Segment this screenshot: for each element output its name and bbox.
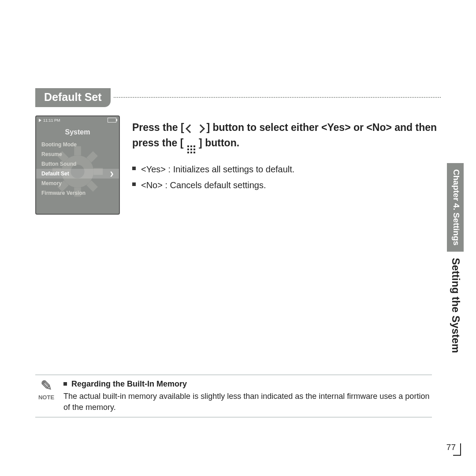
header-dotted-rule	[114, 97, 441, 98]
chevron-right-icon: ❯	[110, 171, 114, 177]
chapter-label: Chapter 4. Settings	[447, 163, 464, 252]
menu-item-selected: Default Set ❯	[36, 169, 119, 178]
device-screenshot: 11:11 PM System	[35, 115, 120, 215]
square-bullet-icon	[132, 167, 136, 170]
note-content: Regarding the Built-In Memory The actual…	[63, 379, 432, 413]
menu-grid-icon	[187, 145, 195, 153]
page-content: Default Set 11:11 PM System	[35, 88, 441, 215]
note-label: NOTE	[35, 394, 57, 402]
page-corner-mark	[460, 443, 461, 456]
device-menu: Booting Mode Resume Button Sound Default…	[36, 140, 119, 198]
device-menu-title: System	[36, 128, 119, 136]
instruction-block: Press the [ ] button to select either <Y…	[132, 115, 441, 193]
menu-item: Booting Mode	[36, 140, 119, 149]
menu-item: Memory	[36, 178, 119, 188]
note-block: ✎ NOTE Regarding the Built-In Memory The…	[35, 375, 432, 421]
section-title: Default Set	[35, 88, 111, 107]
square-bullet-icon	[132, 182, 136, 186]
horizontal-rule	[35, 417, 432, 417]
section-header: Default Set	[35, 88, 441, 107]
note-label-block: ✎ NOTE	[35, 379, 57, 413]
list-item: <Yes> : Initializes all settings to defa…	[132, 161, 441, 177]
square-bullet-icon	[63, 382, 67, 386]
pencil-icon: ✎	[35, 379, 57, 393]
page-number: 77	[446, 443, 456, 452]
nav-buttons-icon	[187, 126, 204, 132]
horizontal-rule	[35, 375, 432, 375]
menu-item: Resume	[36, 149, 119, 159]
note-body-text: The actual built-in memory available is …	[63, 391, 432, 413]
device-time: 11:11 PM	[43, 118, 60, 123]
side-tab: Chapter 4. Settings Setting the System	[447, 163, 464, 353]
chevron-left-icon	[186, 124, 194, 133]
note-heading: Regarding the Built-In Memory	[63, 379, 432, 389]
device-statusbar: 11:11 PM	[36, 116, 119, 123]
chevron-right-icon	[196, 124, 205, 133]
list-item: <No> : Cancels default settings.	[132, 177, 441, 193]
section-label: Setting the System	[447, 252, 464, 353]
content-row: 11:11 PM System	[35, 115, 441, 215]
bullet-list: <Yes> : Initializes all settings to defa…	[132, 161, 441, 193]
menu-item: Firmware Version	[36, 188, 119, 198]
instruction-text: Press the [ ] button to select either <Y…	[132, 120, 441, 153]
battery-icon	[108, 118, 116, 123]
menu-item: Button Sound	[36, 159, 119, 169]
play-icon	[39, 119, 41, 122]
